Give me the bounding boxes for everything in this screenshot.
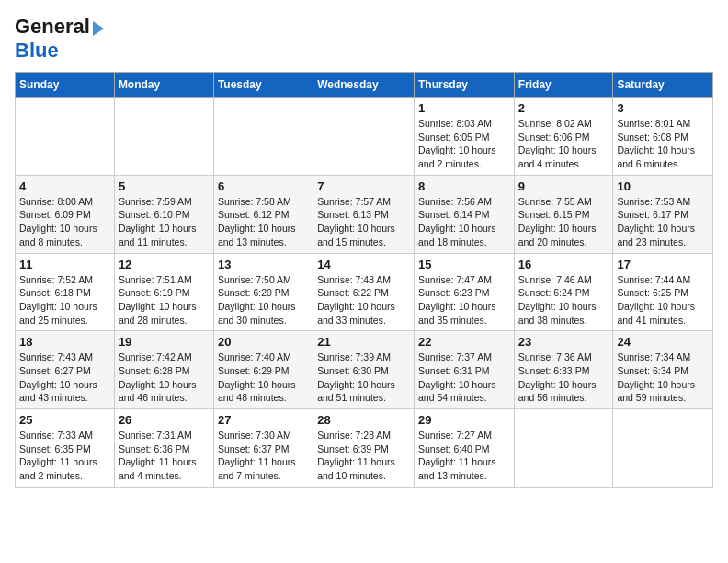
day-number: 14: [317, 258, 410, 271]
calendar-cell: 19Sunrise: 7:42 AM Sunset: 6:28 PM Dayli…: [114, 331, 213, 409]
day-info: Sunrise: 7:43 AM Sunset: 6:27 PM Dayligh…: [19, 350, 110, 405]
day-number: 28: [317, 413, 410, 427]
day-number: 18: [19, 335, 110, 349]
day-info: Sunrise: 7:37 AM Sunset: 6:31 PM Dayligh…: [418, 350, 510, 405]
calendar-cell: 8Sunrise: 7:56 AM Sunset: 6:14 PM Daylig…: [414, 175, 514, 253]
day-number: 11: [19, 258, 110, 271]
logo-text-general: General: [15, 15, 90, 39]
day-number: 15: [418, 258, 510, 271]
day-number: 23: [518, 335, 609, 349]
day-number: 8: [418, 179, 510, 193]
calendar-cell: 24Sunrise: 7:34 AM Sunset: 6:34 PM Dayli…: [613, 331, 713, 409]
calendar-cell: 28Sunrise: 7:28 AM Sunset: 6:39 PM Dayli…: [313, 409, 415, 488]
calendar-cell: 21Sunrise: 7:39 AM Sunset: 6:30 PM Dayli…: [313, 331, 415, 409]
day-info: Sunrise: 7:34 AM Sunset: 6:34 PM Dayligh…: [617, 350, 709, 405]
day-number: 16: [518, 258, 609, 271]
day-number: 9: [518, 179, 609, 193]
calendar-cell: 5Sunrise: 7:59 AM Sunset: 6:10 PM Daylig…: [114, 175, 213, 253]
day-info: Sunrise: 8:00 AM Sunset: 6:09 PM Dayligh…: [19, 195, 110, 249]
day-info: Sunrise: 8:02 AM Sunset: 6:06 PM Dayligh…: [518, 117, 609, 171]
day-number: 26: [119, 413, 210, 427]
calendar-cell: 29Sunrise: 7:27 AM Sunset: 6:40 PM Dayli…: [414, 409, 514, 488]
col-header-saturday: Saturday: [613, 73, 713, 98]
day-number: 12: [119, 258, 210, 271]
day-info: Sunrise: 7:27 AM Sunset: 6:40 PM Dayligh…: [418, 429, 510, 483]
logo-text-blue: Blue: [15, 39, 59, 62]
calendar-cell: 14Sunrise: 7:48 AM Sunset: 6:22 PM Dayli…: [313, 253, 415, 331]
day-number: 13: [218, 258, 309, 271]
day-info: Sunrise: 7:50 AM Sunset: 6:20 PM Dayligh…: [218, 273, 309, 327]
day-info: Sunrise: 7:46 AM Sunset: 6:24 PM Dayligh…: [518, 273, 609, 327]
day-info: Sunrise: 7:39 AM Sunset: 6:30 PM Dayligh…: [317, 350, 410, 405]
day-info: Sunrise: 7:48 AM Sunset: 6:22 PM Dayligh…: [317, 273, 410, 327]
calendar-cell: 11Sunrise: 7:52 AM Sunset: 6:18 PM Dayli…: [16, 253, 115, 331]
calendar-cell: 17Sunrise: 7:44 AM Sunset: 6:25 PM Dayli…: [613, 253, 713, 331]
calendar-cell: 26Sunrise: 7:31 AM Sunset: 6:36 PM Dayli…: [114, 409, 213, 488]
calendar-cell: [114, 98, 213, 176]
col-header-tuesday: Tuesday: [213, 73, 313, 98]
calendar-cell: 2Sunrise: 8:02 AM Sunset: 6:06 PM Daylig…: [514, 98, 613, 176]
calendar-cell: [313, 98, 415, 176]
page-header: General Blue: [15, 15, 713, 63]
calendar-cell: 23Sunrise: 7:36 AM Sunset: 6:33 PM Dayli…: [514, 331, 613, 409]
day-info: Sunrise: 8:01 AM Sunset: 6:08 PM Dayligh…: [617, 117, 709, 171]
day-number: 21: [317, 335, 410, 349]
day-number: 27: [218, 413, 309, 427]
day-info: Sunrise: 7:59 AM Sunset: 6:10 PM Dayligh…: [119, 195, 210, 249]
calendar-cell: 15Sunrise: 7:47 AM Sunset: 6:23 PM Dayli…: [414, 253, 514, 331]
calendar-cell: 13Sunrise: 7:50 AM Sunset: 6:20 PM Dayli…: [213, 253, 313, 331]
col-header-wednesday: Wednesday: [313, 73, 415, 98]
calendar-cell: [514, 409, 613, 488]
calendar-cell: 20Sunrise: 7:40 AM Sunset: 6:29 PM Dayli…: [213, 331, 313, 409]
day-number: 29: [418, 413, 510, 427]
logo-arrow-icon: [93, 21, 104, 36]
day-number: 3: [617, 101, 709, 115]
calendar-cell: 22Sunrise: 7:37 AM Sunset: 6:31 PM Dayli…: [414, 331, 514, 409]
calendar-cell: 18Sunrise: 7:43 AM Sunset: 6:27 PM Dayli…: [16, 331, 115, 409]
calendar-cell: 16Sunrise: 7:46 AM Sunset: 6:24 PM Dayli…: [514, 253, 613, 331]
day-info: Sunrise: 7:51 AM Sunset: 6:19 PM Dayligh…: [119, 273, 210, 327]
day-number: 24: [617, 335, 709, 349]
col-header-thursday: Thursday: [414, 73, 514, 98]
day-info: Sunrise: 7:53 AM Sunset: 6:17 PM Dayligh…: [617, 195, 709, 249]
day-info: Sunrise: 7:55 AM Sunset: 6:15 PM Dayligh…: [518, 195, 609, 249]
day-number: 2: [518, 101, 609, 115]
day-number: 20: [218, 335, 309, 349]
day-number: 10: [617, 179, 709, 193]
calendar-cell: 25Sunrise: 7:33 AM Sunset: 6:35 PM Dayli…: [16, 409, 115, 488]
day-number: 6: [218, 179, 309, 193]
day-info: Sunrise: 7:56 AM Sunset: 6:14 PM Dayligh…: [418, 195, 510, 249]
day-info: Sunrise: 7:58 AM Sunset: 6:12 PM Dayligh…: [218, 195, 309, 249]
day-info: Sunrise: 7:52 AM Sunset: 6:18 PM Dayligh…: [19, 273, 110, 327]
calendar-table: SundayMondayTuesdayWednesdayThursdayFrid…: [15, 72, 713, 488]
calendar-cell: [213, 98, 313, 176]
day-number: 17: [617, 258, 709, 271]
day-number: 4: [19, 179, 110, 193]
calendar-cell: 3Sunrise: 8:01 AM Sunset: 6:08 PM Daylig…: [613, 98, 713, 176]
calendar-cell: 7Sunrise: 7:57 AM Sunset: 6:13 PM Daylig…: [313, 175, 415, 253]
col-header-friday: Friday: [514, 73, 613, 98]
day-info: Sunrise: 7:33 AM Sunset: 6:35 PM Dayligh…: [19, 429, 110, 483]
day-number: 7: [317, 179, 410, 193]
day-number: 5: [119, 179, 210, 193]
day-number: 25: [19, 413, 110, 427]
day-number: 19: [119, 335, 210, 349]
day-info: Sunrise: 7:42 AM Sunset: 6:28 PM Dayligh…: [119, 350, 210, 405]
logo: General Blue: [15, 15, 104, 63]
day-info: Sunrise: 7:57 AM Sunset: 6:13 PM Dayligh…: [317, 195, 410, 249]
calendar-cell: 9Sunrise: 7:55 AM Sunset: 6:15 PM Daylig…: [514, 175, 613, 253]
calendar-cell: 10Sunrise: 7:53 AM Sunset: 6:17 PM Dayli…: [613, 175, 713, 253]
day-number: 1: [418, 101, 510, 115]
calendar-cell: 1Sunrise: 8:03 AM Sunset: 6:05 PM Daylig…: [414, 98, 514, 176]
day-info: Sunrise: 7:28 AM Sunset: 6:39 PM Dayligh…: [317, 429, 410, 483]
day-info: Sunrise: 7:30 AM Sunset: 6:37 PM Dayligh…: [218, 429, 309, 483]
day-info: Sunrise: 7:36 AM Sunset: 6:33 PM Dayligh…: [518, 350, 609, 405]
calendar-cell: 27Sunrise: 7:30 AM Sunset: 6:37 PM Dayli…: [213, 409, 313, 488]
day-info: Sunrise: 7:40 AM Sunset: 6:29 PM Dayligh…: [218, 350, 309, 405]
day-info: Sunrise: 7:31 AM Sunset: 6:36 PM Dayligh…: [119, 429, 210, 483]
day-info: Sunrise: 7:44 AM Sunset: 6:25 PM Dayligh…: [617, 273, 709, 327]
day-info: Sunrise: 7:47 AM Sunset: 6:23 PM Dayligh…: [418, 273, 510, 327]
calendar-cell: 12Sunrise: 7:51 AM Sunset: 6:19 PM Dayli…: [114, 253, 213, 331]
calendar-cell: [16, 98, 115, 176]
day-number: 22: [418, 335, 510, 349]
